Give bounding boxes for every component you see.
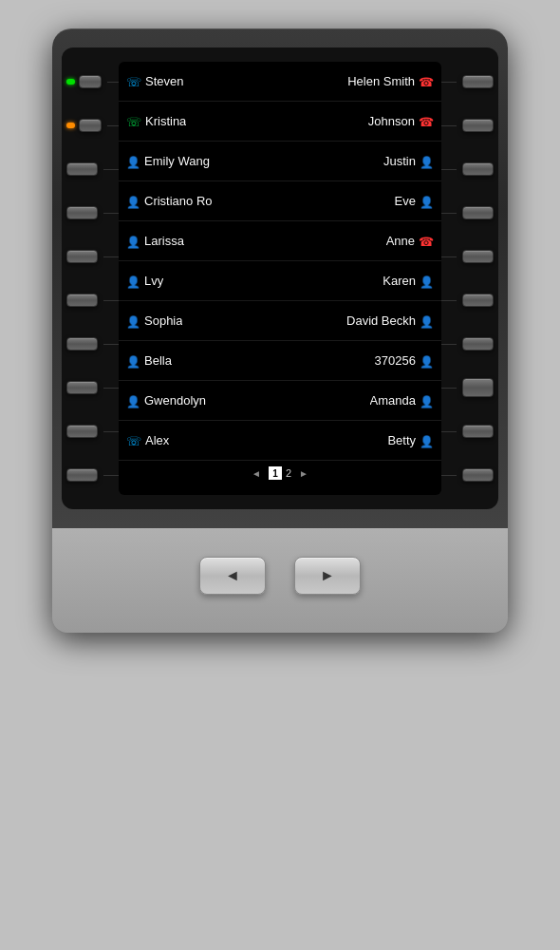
contact-row-6[interactable]: 👤 Lvy Karen 👤: [119, 261, 441, 301]
right-btn-row-1: [441, 62, 494, 102]
left-icon-5: 👤: [126, 233, 140, 250]
sep-right-6: [441, 300, 457, 301]
hw-btn-right-3[interactable]: [462, 162, 494, 176]
contact-left-6: 👤 Lvy: [122, 273, 280, 290]
hw-btn-right-9[interactable]: [462, 425, 494, 438]
contact-row-7[interactable]: 👤 Sophia David Beckh 👤: [119, 301, 441, 341]
right-name-4: Eve: [395, 194, 416, 208]
right-btn-row-4: [441, 193, 494, 233]
left-name-1: Steven: [145, 74, 183, 88]
left-btn-row-4: [66, 193, 119, 233]
contact-right-5: Anne ☎: [280, 233, 438, 250]
contact-row-10[interactable]: ☏ Alex Betty 👤: [119, 421, 441, 461]
right-icon-3: 👤: [420, 153, 434, 170]
sep-right-10: [441, 475, 457, 476]
contact-left-7: 👤 Sophia: [122, 313, 280, 330]
hw-btn-right-4[interactable]: [462, 206, 494, 219]
next-nav-icon: ►: [320, 567, 335, 584]
right-name-8: 370256: [375, 353, 416, 368]
prev-nav-button[interactable]: ◄: [199, 557, 266, 595]
page-indicator: 1 2: [269, 466, 291, 480]
sep-right-9: [441, 431, 457, 432]
next-nav-button[interactable]: ►: [294, 557, 361, 595]
sep-right-4: [441, 213, 457, 214]
left-icon-8: 👤: [126, 352, 140, 370]
contact-left-3: 👤 Emily Wang: [122, 153, 280, 170]
hw-btn-right-2[interactable]: [462, 119, 494, 132]
display-section: ☏ Steven Helen Smith ☎ ☏ Kristina Johnso…: [62, 48, 498, 509]
right-icon-10: 👤: [420, 432, 434, 449]
right-icon-8: 👤: [420, 352, 434, 370]
left-btn-row-3: [66, 149, 119, 189]
screen: ☏ Steven Helen Smith ☎ ☏ Kristina Johnso…: [119, 62, 441, 495]
hw-btn-right-8[interactable]: [462, 378, 494, 397]
sep-left-4: [103, 213, 119, 214]
right-btn-row-2: [441, 105, 494, 145]
contact-left-1: ☏ Steven: [122, 73, 280, 90]
sep-left-1: [107, 82, 119, 83]
left-icon-7: 👤: [126, 313, 140, 330]
contact-row-5[interactable]: 👤 Larissa Anne ☎: [119, 221, 441, 261]
hw-btn-left-8[interactable]: [66, 381, 98, 394]
contact-row-2[interactable]: ☏ Kristina Johnson ☎: [119, 102, 441, 142]
left-btn-row-8: [66, 368, 119, 408]
right-name-3: Justin: [383, 154, 416, 168]
hw-btn-right-1[interactable]: [462, 75, 494, 88]
contact-row-9[interactable]: 👤 Gwendolyn Amanda 👤: [119, 381, 441, 421]
hw-btn-left-6[interactable]: [66, 294, 98, 307]
sep-right-2: [441, 125, 457, 126]
hw-btn-left-4[interactable]: [66, 206, 98, 219]
contact-row-4[interactable]: 👤 Cristiano Ro Eve 👤: [119, 181, 441, 221]
contact-row-3[interactable]: 👤 Emily Wang Justin 👤: [119, 142, 441, 181]
left-name-6: Lvy: [144, 274, 163, 288]
hw-btn-right-7[interactable]: [462, 337, 494, 351]
sep-left-6: [103, 300, 119, 301]
right-btn-row-7: [441, 324, 494, 364]
pagination: ◄ 1 2 ►: [119, 461, 441, 485]
total-pages: 2: [286, 467, 291, 479]
hw-btn-left-3[interactable]: [66, 162, 98, 176]
right-icon-5: ☎: [419, 233, 434, 250]
right-btn-row-10: [441, 455, 494, 495]
right-icon-9: 👤: [420, 392, 434, 409]
left-name-2: Kristina: [145, 114, 186, 128]
left-btn-row-6: [66, 280, 119, 320]
hw-btn-left-10[interactable]: [66, 468, 98, 482]
right-icon-2: ☎: [419, 113, 434, 130]
left-icon-10: ☏: [126, 432, 141, 449]
contact-list: ☏ Steven Helen Smith ☎ ☏ Kristina Johnso…: [119, 62, 441, 461]
right-name-1: Helen Smith: [347, 74, 415, 88]
left-icon-3: 👤: [126, 153, 140, 170]
prev-page-arrow[interactable]: ◄: [252, 468, 261, 479]
hw-btn-right-10[interactable]: [462, 468, 494, 482]
left-icon-6: 👤: [126, 273, 140, 290]
contact-right-10: Betty 👤: [280, 432, 438, 449]
left-btn-row-9: [66, 411, 119, 451]
hw-btn-left-1[interactable]: [79, 75, 102, 88]
hw-btn-left-5[interactable]: [66, 250, 98, 263]
right-icon-7: 👤: [420, 313, 434, 330]
contact-right-8: 370256 👤: [280, 352, 438, 370]
left-btn-row-5: [66, 237, 119, 276]
contact-left-9: 👤 Gwendolyn: [122, 392, 280, 409]
sep-right-5: [441, 256, 457, 257]
sep-left-8: [103, 388, 119, 389]
right-icon-4: 👤: [420, 193, 434, 210]
hw-btn-left-9[interactable]: [66, 425, 98, 438]
hw-btn-right-5[interactable]: [462, 250, 494, 263]
left-name-4: Cristiano Ro: [144, 194, 213, 208]
left-side-buttons: [66, 62, 119, 495]
contact-right-4: Eve 👤: [280, 193, 438, 210]
right-btn-row-8: [441, 368, 494, 408]
next-page-arrow[interactable]: ►: [299, 468, 308, 479]
contact-row-1[interactable]: ☏ Steven Helen Smith ☎: [119, 62, 441, 102]
sep-right-7: [441, 344, 457, 345]
left-btn-row-2: [66, 105, 119, 145]
left-name-3: Emily Wang: [144, 154, 210, 168]
hw-btn-left-7[interactable]: [66, 337, 98, 351]
sep-right-3: [441, 169, 457, 170]
hw-btn-right-6[interactable]: [462, 294, 494, 307]
contact-row-8[interactable]: 👤 Bella 370256 👤: [119, 341, 441, 381]
contact-left-4: 👤 Cristiano Ro: [122, 193, 280, 210]
hw-btn-left-2[interactable]: [79, 119, 102, 132]
